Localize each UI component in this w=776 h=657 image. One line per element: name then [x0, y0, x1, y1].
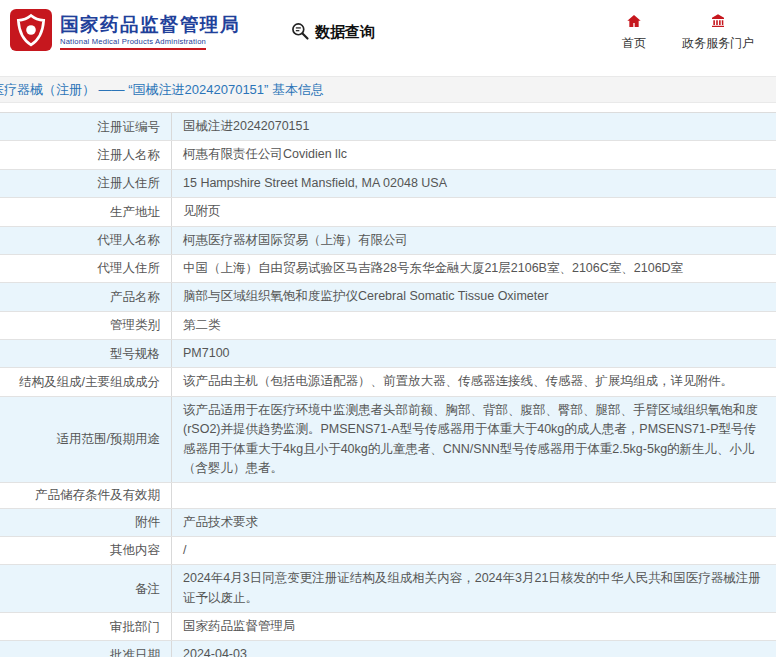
row-label: 代理人名称 — [0, 227, 172, 254]
table-row-approval-date: 批准日期 2024-04-03 — [0, 641, 776, 657]
row-value: 第二类 — [172, 312, 776, 339]
table-row-registrant-name: 注册人名称 柯惠有限责任公司Covidien llc — [0, 141, 776, 169]
table-row-other-content: 其他内容 / — [0, 537, 776, 565]
row-value: 该产品由主机（包括电源适配器）、前置放大器、传感器连接线、传感器、扩展坞组成，详… — [172, 368, 776, 395]
row-value — [172, 483, 776, 507]
table-row-remarks: 备注 2024年4月3日同意变更注册证结构及组成相关内容，2024年3月21日核… — [0, 565, 776, 613]
table-row-registrant-address: 注册人住所 15 Hampshire Street Mansfield, MA … — [0, 170, 776, 198]
row-label: 适用范围/预期用途 — [0, 397, 172, 483]
row-value: 脑部与区域组织氧饱和度监护仪Cerebral Somatic Tissue Ox… — [172, 283, 776, 310]
top-nav: 首页 政务服务门户 — [622, 13, 762, 52]
org-name-en: National Medical Products Administration — [60, 37, 206, 50]
row-value: 国家药品监督管理局 — [172, 613, 776, 640]
row-label: 结构及组成/主要组成成分 — [0, 368, 172, 395]
row-value: 国械注进20242070151 — [172, 113, 776, 140]
table-row-intended-use: 适用范围/预期用途 该产品适用于在医疗环境中监测患者头部前额、胸部、背部、腹部、… — [0, 397, 776, 484]
nav-home[interactable]: 首页 — [622, 13, 646, 52]
row-label: 附件 — [0, 509, 172, 536]
registration-info-table: 注册证编号 国械注进20242070151 注册人名称 柯惠有限责任公司Covi… — [0, 112, 776, 657]
data-query-title[interactable]: 数据查询 — [290, 21, 375, 44]
home-icon — [626, 13, 642, 32]
breadcrumb: 医疗器械（注册） —— “国械注进20242070151” 基本信息 — [0, 81, 324, 99]
table-row-model-spec: 型号规格 PM7100 — [0, 340, 776, 368]
nav-portal-label: 政务服务门户 — [682, 35, 754, 52]
row-value: / — [172, 537, 776, 564]
row-value: 15 Hampshire Street Mansfield, MA 02048 … — [172, 170, 776, 197]
nmpa-logo-text: 国家药品监督管理局 National Medical Products Admi… — [60, 14, 240, 50]
nav-portal[interactable]: 政务服务门户 — [682, 13, 754, 52]
row-value: 见附页 — [172, 198, 776, 225]
site-header: 国家药品监督管理局 National Medical Products Admi… — [0, 0, 776, 64]
table-row-production-address: 生产地址 见附页 — [0, 198, 776, 226]
nav-home-label: 首页 — [622, 35, 646, 52]
row-value: 该产品适用于在医疗环境中监测患者头部前额、胸部、背部、腹部、臀部、腿部、手臂区域… — [172, 397, 776, 483]
breadcrumb-bar: 医疗器械（注册） —— “国械注进20242070151” 基本信息 — [0, 76, 776, 103]
row-label: 其他内容 — [0, 537, 172, 564]
row-value: 中国（上海）自由贸易试验区马吉路28号东华金融大厦21层2106B室、2106C… — [172, 255, 776, 282]
row-label: 注册证编号 — [0, 113, 172, 140]
table-row-approval-department: 审批部门 国家药品监督管理局 — [0, 613, 776, 641]
table-row-management-class: 管理类别 第二类 — [0, 312, 776, 340]
row-label: 管理类别 — [0, 312, 172, 339]
row-label: 产品储存条件及有效期 — [0, 483, 172, 507]
org-name-cn: 国家药品监督管理局 — [60, 14, 240, 35]
table-row-attachment: 附件 产品技术要求 — [0, 509, 776, 537]
table-row-agent-address: 代理人住所 中国（上海）自由贸易试验区马吉路28号东华金融大厦21层2106B室… — [0, 255, 776, 283]
nmpa-logo-icon — [10, 9, 52, 55]
table-row-storage-shelf-life: 产品储存条件及有效期 — [0, 483, 776, 508]
row-label: 注册人名称 — [0, 141, 172, 168]
row-label: 审批部门 — [0, 613, 172, 640]
row-value: 产品技术要求 — [172, 509, 776, 536]
table-row-agent-name: 代理人名称 柯惠医疗器材国际贸易（上海）有限公司 — [0, 227, 776, 255]
row-label: 注册人住所 — [0, 170, 172, 197]
row-value: 柯惠医疗器材国际贸易（上海）有限公司 — [172, 227, 776, 254]
row-value: PM7100 — [172, 340, 776, 367]
data-query-label: 数据查询 — [315, 23, 375, 42]
row-label: 产品名称 — [0, 283, 172, 310]
row-value: 2024-04-03 — [172, 641, 776, 657]
row-value: 柯惠有限责任公司Covidien llc — [172, 141, 776, 168]
row-label: 批准日期 — [0, 641, 172, 657]
search-document-icon — [290, 21, 310, 44]
government-building-icon — [710, 13, 726, 32]
table-row-reg-number: 注册证编号 国械注进20242070151 — [0, 113, 776, 141]
row-label: 型号规格 — [0, 340, 172, 367]
row-label: 代理人住所 — [0, 255, 172, 282]
row-label: 生产地址 — [0, 198, 172, 225]
table-row-structure-composition: 结构及组成/主要组成成分 该产品由主机（包括电源适配器）、前置放大器、传感器连接… — [0, 368, 776, 396]
nmpa-logo[interactable]: 国家药品监督管理局 National Medical Products Admi… — [10, 9, 240, 55]
row-label: 备注 — [0, 565, 172, 612]
row-value: 2024年4月3日同意变更注册证结构及组成相关内容，2024年3月21日核发的中… — [172, 565, 776, 612]
table-row-product-name: 产品名称 脑部与区域组织氧饱和度监护仪Cerebral Somatic Tiss… — [0, 283, 776, 311]
